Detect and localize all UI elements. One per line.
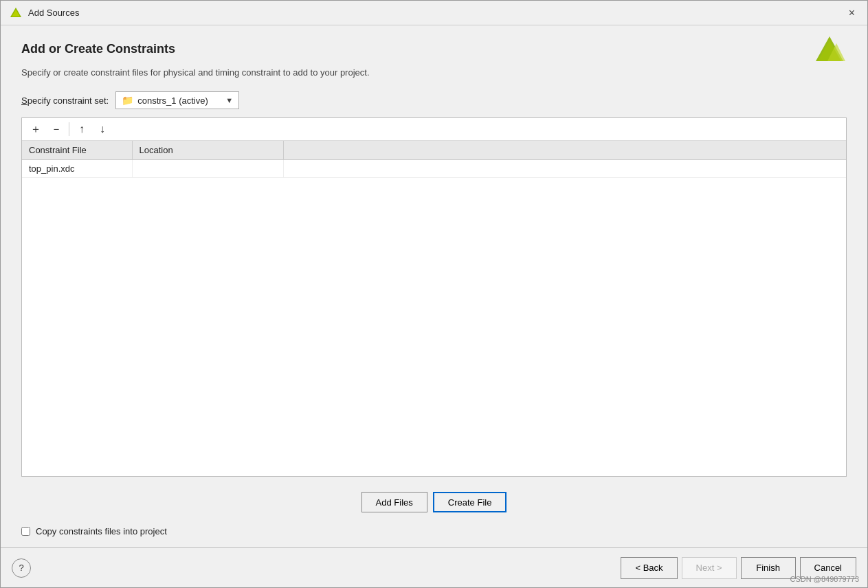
constraint-files-table: Constraint File Location top_pin.xdc (22, 141, 846, 178)
constraint-files-table-container: ＋ － ↑ ↓ Constraint File (21, 117, 847, 477)
move-up-button[interactable]: ↑ (72, 121, 91, 137)
page-subtitle: Specify or create constraint files for p… (21, 67, 847, 78)
cell-file: top_pin.xdc (22, 160, 132, 178)
add-button[interactable]: ＋ (26, 121, 45, 137)
bottom-navigation-bar: ? < Back Next > Finish Cancel (1, 547, 867, 587)
arrow-down-icon: ↓ (100, 123, 105, 135)
dialog-title: Add Sources (28, 8, 79, 18)
chevron-down-icon: ▼ (225, 96, 233, 104)
table-scroll-area: Constraint File Location top_pin.xdc (22, 141, 846, 476)
help-button[interactable]: ? (12, 558, 31, 578)
copy-checkbox-row: Copy constraints files into project (21, 526, 847, 536)
title-bar-left: Add Sources (9, 6, 79, 20)
file-action-buttons: Add Files Create File (21, 492, 847, 512)
watermark: CSDN @849879773 (790, 575, 859, 583)
constraint-set-label: Specify constraint set: (21, 95, 109, 106)
close-button[interactable]: × (845, 6, 859, 20)
constraint-set-value: constrs_1 (active) (137, 95, 221, 106)
table-body: top_pin.xdc (22, 160, 846, 178)
toolbar-separator (69, 122, 69, 136)
back-button[interactable]: < Back (621, 557, 677, 579)
minus-icon: － (51, 122, 62, 137)
title-bar: Add Sources × (1, 1, 867, 25)
cell-location (132, 160, 283, 178)
copy-constraints-label: Copy constraints files into project (36, 526, 167, 536)
finish-button[interactable]: Finish (741, 557, 796, 579)
vivado-logo-icon (812, 35, 847, 69)
table-toolbar: ＋ － ↑ ↓ (22, 118, 846, 141)
col-extra (283, 141, 846, 160)
arrow-up-icon: ↑ (79, 123, 85, 135)
add-files-button[interactable]: Add Files (361, 492, 427, 512)
content-area: Add or Create Constraints Specify or cre… (1, 25, 867, 547)
logo-top-right (812, 35, 847, 71)
constraint-set-row: Specify constraint set: 📁 constrs_1 (act… (21, 91, 847, 109)
table-row: top_pin.xdc (22, 160, 846, 178)
next-button[interactable]: Next > (682, 557, 737, 579)
folder-icon: 📁 (122, 95, 133, 106)
page-title: Add or Create Constraints (21, 42, 847, 56)
remove-button[interactable]: － (47, 121, 66, 137)
dialog: Add Sources × Add or Create Constraints … (0, 0, 868, 588)
table-header: Constraint File Location (22, 141, 846, 160)
move-down-button[interactable]: ↓ (93, 121, 112, 137)
col-constraint-file: Constraint File (22, 141, 132, 160)
constraint-set-dropdown[interactable]: 📁 constrs_1 (active) ▼ (115, 91, 239, 109)
create-file-button[interactable]: Create File (433, 492, 507, 512)
col-location: Location (132, 141, 283, 160)
table-header-row: Constraint File Location (22, 141, 846, 160)
copy-constraints-checkbox[interactable] (21, 527, 30, 536)
cell-extra (283, 160, 846, 178)
app-logo-icon (9, 6, 23, 20)
plus-icon: ＋ (30, 122, 41, 137)
